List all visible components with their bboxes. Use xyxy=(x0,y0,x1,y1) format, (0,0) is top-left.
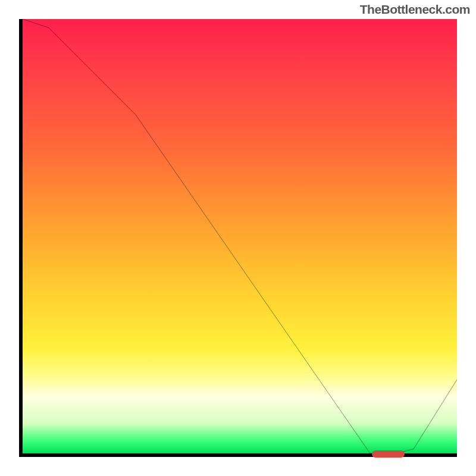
chart-plot-area xyxy=(19,19,457,457)
chart-marker-optimal-range xyxy=(373,452,404,456)
chart-line-series xyxy=(23,19,457,453)
attribution-label: TheBottleneck.com xyxy=(360,2,470,17)
